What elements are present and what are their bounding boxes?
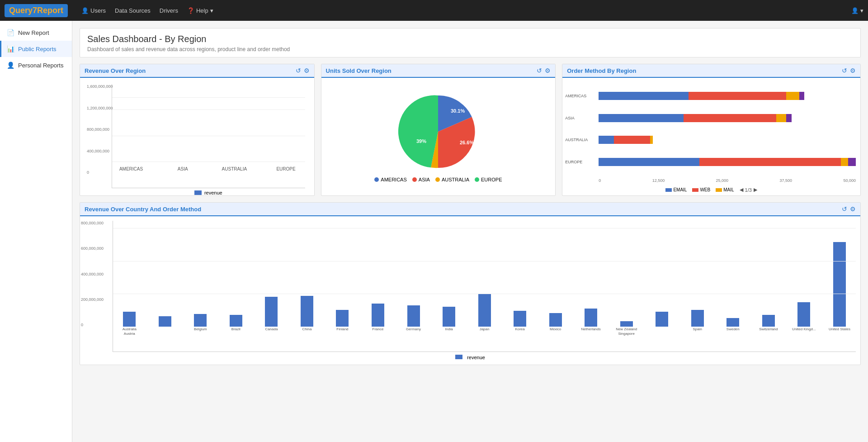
country-chart-legend: revenue bbox=[80, 352, 860, 365]
top-charts-row: Revenue Over Region ↺ ⚙ 0 400,000,000 bbox=[80, 64, 861, 196]
dashboard-header: Sales Dashboard - By Region Dashboard of… bbox=[80, 28, 861, 57]
hbar-europe-other[interactable] bbox=[848, 158, 856, 166]
gridline bbox=[113, 294, 856, 294]
app-logo[interactable]: Query7Report bbox=[5, 4, 68, 17]
hbar-asia-mail[interactable] bbox=[776, 114, 787, 122]
hbar-australia-email[interactable] bbox=[599, 136, 614, 144]
hbar-australia-web[interactable] bbox=[614, 136, 650, 144]
bar-switzerland[interactable] bbox=[762, 315, 775, 327]
hbar-asia-other[interactable] bbox=[786, 114, 791, 122]
hbar-legend-email: EMAIL bbox=[665, 187, 687, 193]
gridline bbox=[112, 97, 305, 98]
hbar-australia-mail[interactable] bbox=[650, 136, 653, 144]
hbar-europe-web[interactable] bbox=[699, 158, 840, 166]
pager-next-icon[interactable]: ▶ bbox=[754, 187, 757, 193]
order-method-title: Order Method By Region bbox=[567, 67, 636, 74]
x-label-germany: Germany bbox=[397, 327, 430, 352]
bar-korea[interactable] bbox=[514, 311, 526, 327]
hbar-americas bbox=[599, 92, 856, 100]
bar-europe: EUROPE bbox=[267, 161, 305, 174]
bar-netherlands[interactable] bbox=[585, 309, 597, 327]
x-label-korea: Korea bbox=[504, 327, 537, 352]
hbar-europe-email[interactable] bbox=[599, 158, 699, 166]
bar-australia[interactable] bbox=[123, 312, 136, 327]
bar-col-australia bbox=[113, 221, 146, 327]
country-chart-settings-icon[interactable]: ⚙ bbox=[850, 205, 856, 213]
help-chevron-icon: ▾ bbox=[210, 7, 213, 14]
bar-unitedstates[interactable] bbox=[833, 242, 846, 327]
pie-legend-australia-label: AUSTRALIA bbox=[442, 177, 469, 182]
pie-dot-europe bbox=[475, 177, 479, 182]
user-menu[interactable]: 👤 ▾ bbox=[851, 7, 863, 14]
bar-mexico[interactable] bbox=[549, 313, 562, 327]
bar-col-germany bbox=[397, 221, 430, 327]
revenue-chart-actions: ↺ ⚙ bbox=[296, 67, 310, 74]
x-label-singapore bbox=[646, 327, 679, 352]
sidebar-item-personal-reports[interactable]: 👤 Personal Reports bbox=[0, 57, 72, 73]
x-label-australia: AustraliaAustria bbox=[113, 327, 146, 352]
nav-users[interactable]: 👤 Users bbox=[81, 7, 106, 14]
revenue-chart-header: Revenue Over Region ↺ ⚙ bbox=[80, 64, 314, 78]
nav-drivers[interactable]: Drivers bbox=[160, 7, 178, 14]
bar-brazil[interactable] bbox=[230, 315, 242, 327]
bar-col-spain bbox=[681, 221, 714, 327]
new-report-icon: 📄 bbox=[7, 29, 14, 36]
hbar-americas-email[interactable] bbox=[599, 92, 689, 100]
order-method-refresh-icon[interactable]: ↺ bbox=[842, 67, 847, 74]
bar-japan[interactable] bbox=[478, 294, 491, 327]
hbar-asia-web[interactable] bbox=[684, 114, 776, 122]
sidebar-item-new-report[interactable]: 📄 New Report bbox=[0, 24, 72, 41]
bar-india[interactable] bbox=[443, 307, 455, 327]
bar-unitedkingdom[interactable] bbox=[797, 302, 810, 327]
pie-label-europe: 39% bbox=[416, 138, 426, 144]
bar-france[interactable] bbox=[372, 304, 384, 327]
bar-china[interactable] bbox=[301, 296, 313, 327]
x-label-brazil: Brazil bbox=[220, 327, 253, 352]
x-label-france: France bbox=[362, 327, 395, 352]
country-y-labels: 0 200,000,000 400,000,000 600,000,000 80… bbox=[81, 221, 104, 327]
logo-suffix: Report bbox=[37, 6, 63, 15]
pie-slice-europe[interactable] bbox=[398, 95, 438, 168]
pager-prev-icon[interactable]: ◀ bbox=[740, 187, 743, 193]
bar-germany[interactable] bbox=[407, 305, 420, 327]
nav-help[interactable]: ❓ Help ▾ bbox=[187, 7, 213, 14]
bar-belgium[interactable] bbox=[194, 314, 207, 327]
hbar-europe-mail[interactable] bbox=[841, 158, 849, 166]
nav-datasources[interactable]: Data Sources bbox=[115, 7, 151, 14]
sidebar-item-public-reports[interactable]: 📊 Public Reports bbox=[0, 41, 72, 57]
x-label-india: India bbox=[433, 327, 466, 352]
bar-newzealand[interactable] bbox=[620, 321, 633, 327]
logo-text: Query bbox=[9, 6, 33, 15]
hbar-americas-other[interactable] bbox=[799, 92, 804, 100]
bar-col-mexico bbox=[539, 221, 572, 327]
hbar-americas-mail[interactable] bbox=[786, 92, 799, 100]
hbar-legend-mail: MAIL bbox=[716, 187, 734, 193]
x-label-netherlands: Netherlands bbox=[575, 327, 608, 352]
units-chart-title: Units Sold Over Region bbox=[326, 67, 392, 74]
revenue-chart-settings-icon[interactable]: ⚙ bbox=[304, 67, 310, 74]
country-chart-refresh-icon[interactable]: ↺ bbox=[842, 205, 847, 213]
hbar-americas-web[interactable] bbox=[689, 92, 786, 100]
dashboard-description: Dashboard of sales and revenue data acro… bbox=[87, 46, 853, 52]
pie-legend-americas-label: AMERICAS bbox=[381, 177, 406, 182]
bar-spain[interactable] bbox=[691, 310, 704, 327]
pie-dot-asia bbox=[412, 177, 417, 182]
app-layout: 📄 New Report 📊 Public Reports 👤 Personal… bbox=[0, 21, 868, 442]
bar-sweden[interactable] bbox=[726, 318, 739, 327]
units-chart-settings-icon[interactable]: ⚙ bbox=[545, 67, 551, 74]
units-chart-header: Units Sold Over Region ↺ ⚙ bbox=[321, 64, 556, 78]
x-label-switzerland: Switzerland bbox=[752, 327, 785, 352]
gridline bbox=[113, 228, 856, 228]
order-method-settings-icon[interactable]: ⚙ bbox=[850, 67, 856, 74]
bar-australia: AUSTRALIA bbox=[215, 161, 253, 174]
revenue-chart-refresh-icon[interactable]: ↺ bbox=[296, 67, 301, 74]
hbar-asia bbox=[599, 114, 856, 122]
bar-americas: AMERICAS bbox=[112, 161, 150, 174]
bar-canada[interactable] bbox=[265, 297, 278, 327]
bar-finland[interactable] bbox=[336, 310, 349, 327]
units-chart-refresh-icon[interactable]: ↺ bbox=[537, 67, 542, 74]
hbar-asia-email[interactable] bbox=[599, 114, 684, 122]
bar-singapore[interactable] bbox=[656, 312, 668, 327]
bar-austria[interactable] bbox=[159, 316, 171, 327]
x-label-canada: Canada bbox=[255, 327, 288, 352]
